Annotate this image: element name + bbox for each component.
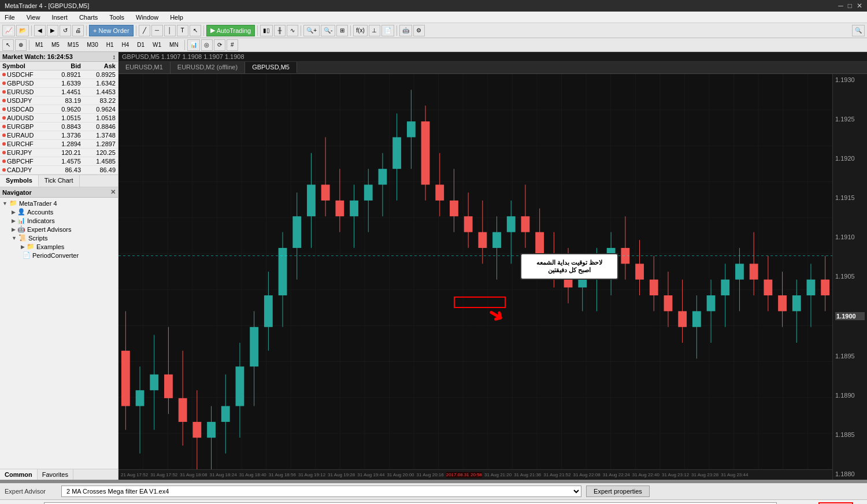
table-row[interactable]: USDCHF 0.8921 0.8925 [0,71,118,79]
accounts-icon: 👤 [17,208,25,216]
bid-cell: 1.4451 [46,88,81,95]
table-row[interactable]: CADJPY 86.43 86.49 [0,166,118,175]
price-level: 1.1905 [835,273,865,280]
tf-zoom-btn[interactable]: ◎ [201,39,213,51]
time-label: 31 Aug 18:40 [239,472,266,477]
nav-item-examples[interactable]: ▶ 📁 Examples [20,242,117,251]
new-order-button[interactable]: + New Order [89,25,134,36]
toolbar-zoom-in-btn[interactable]: 🔍+ [303,25,320,36]
nav-tab-common[interactable]: Common [0,469,38,480]
expert-advisor-dropdown[interactable]: 2 MA Crosses Mega filter EA V1.ex4 [61,486,581,497]
menu-insert[interactable]: Insert [49,13,70,22]
toolbar-settings-btn[interactable]: ⚙ [413,25,425,36]
toolbar-hline-btn[interactable]: ─ [151,25,163,36]
bid-cell: 83.19 [46,97,81,104]
tab-tick-chart[interactable]: Tick Chart [39,175,80,187]
toolbar-bar-chart-btn[interactable]: ▮▯ [260,25,273,36]
toolbar-text-btn[interactable]: T [177,25,188,36]
table-row[interactable]: GBPCHF 1.4575 1.4585 [0,157,118,166]
nav-item-period-converter[interactable]: 📄 PeriodConverter [20,251,117,260]
indicators-icon: 📊 [17,217,25,224]
toolbar-zoom-out-btn[interactable]: 🔍- [321,25,335,36]
tf-btn-d1[interactable]: D1 [134,40,148,50]
toolbar-refresh-btn[interactable]: ↺ [60,25,71,36]
toolbar-search-btn[interactable]: 🔍 [852,25,865,36]
table-row[interactable]: EURAUD 1.3736 1.3748 [0,131,118,140]
toolbar-print-btn[interactable]: 🖨 [72,25,84,36]
tf-auto-btn[interactable]: ⟳ [214,39,225,51]
price-level: 1.1915 [835,194,865,201]
toolbar-cursor-btn[interactable]: ↖ [190,25,201,36]
menu-help[interactable]: Help [168,13,186,22]
toolbar-back-btn[interactable]: ◀ [34,25,46,36]
tab-symbols[interactable]: Symbols [0,175,39,187]
chart-canvas[interactable]: 1.1930 1.1925 1.1920 1.1915 1.1910 1.190… [118,74,867,480]
toolbar-open-btn[interactable]: 📂 [16,25,29,36]
tf-btn-mn[interactable]: MN [166,40,182,50]
bid-cell: 86.43 [46,166,81,173]
tf-period-btn[interactable]: 📊 [187,39,200,51]
menu-view[interactable]: View [24,13,43,22]
price-level: 1.1880 [835,470,865,477]
toolbar-line-chart-btn[interactable]: ∿ [287,25,298,36]
tf-btn-m15[interactable]: M15 [64,40,82,50]
table-row[interactable]: GBPUSD 1.6339 1.6342 [0,79,118,88]
toolbar-period-sep-btn[interactable]: ⊥ [369,25,380,36]
table-row[interactable]: USDJPY 83.19 83.22 [0,97,118,105]
toolbar-candle-btn[interactable]: ╫ [274,25,286,36]
tf-btn-w1[interactable]: W1 [149,40,165,50]
close-button[interactable]: ✕ [857,2,862,10]
ask-cell: 0.9624 [81,106,116,113]
maximize-button[interactable]: □ [848,2,852,10]
toolbar-new-chart-btn[interactable]: 📈 [2,25,15,36]
table-row[interactable]: EURGBP 0.8843 0.8846 [0,123,118,131]
toolbar-fit-btn[interactable]: ⊞ [336,25,348,36]
toolbar-expert-btn[interactable]: 🤖 [399,25,412,36]
tf-btn-m30[interactable]: M30 [83,40,101,50]
tf-btn-h1[interactable]: H1 [103,40,117,50]
navigator-title: Navigator [2,189,32,196]
nav-item-expert-advisors[interactable]: ▶ 🤖 Expert Advisors [10,225,117,234]
nav-item-accounts[interactable]: ▶ 👤 Accounts [10,207,117,216]
chart-tab-eurusd-m1[interactable]: EURUSD,M1 [118,62,171,73]
menu-tools[interactable]: Tools [107,13,127,22]
toolbar-fwd-btn[interactable]: ▶ [47,25,58,36]
tf-grid-btn[interactable]: # [227,39,238,51]
tf-btn-cursor[interactable]: ↖ [2,39,14,51]
table-row[interactable]: EURCHF 1.2894 1.2897 [0,140,118,149]
table-row[interactable]: EURJPY 120.21 120.25 [0,149,118,157]
time-label: 31 Aug 19:12 [298,472,325,477]
toolbar-line-btn[interactable]: ╱ [139,25,150,36]
nav-item-root[interactable]: ▼ 📁 MetaTrader 4 [1,199,117,207]
expert-properties-button[interactable]: Expert properties [586,486,650,497]
menu-window[interactable]: Window [134,13,161,22]
bid-cell: 1.0515 [46,114,81,121]
toolbar-vline-btn[interactable]: │ [164,25,176,36]
left-panel: Market Watch: 16:24:53 ↕ Symbol Bid Ask … [0,52,118,480]
toolbar-indicators-btn[interactable]: f(x) [353,25,367,36]
annotation-line1: لاحظ توقيت بداية الشمعه [528,259,610,266]
tf-btn-h4[interactable]: H4 [118,40,133,50]
nav-item-label: MetaTrader 4 [19,200,57,207]
nav-item-scripts[interactable]: ▼ 📜 Scripts [10,234,117,242]
nav-tab-favorites[interactable]: Favorites [38,469,73,480]
toolbar-template-btn[interactable]: 📄 [381,25,394,36]
navigator-close-button[interactable]: ✕ [110,188,116,196]
toolbar-sep-8 [397,25,397,36]
table-row[interactable]: AUDUSD 1.0515 1.0518 [0,114,118,123]
status-dot [2,99,6,102]
chart-tab-gbpusd-m5[interactable]: GBPUSD,M5 [245,62,297,73]
minimize-button[interactable]: ─ [838,2,843,10]
nav-item-indicators[interactable]: ▶ 📊 Indicators [10,216,117,225]
tf-btn-crosshair[interactable]: ⊕ [15,39,27,51]
menu-charts[interactable]: Charts [77,13,100,22]
autotrading-button[interactable]: ▶ AutoTrading [206,25,255,36]
chart-tab-eurusd-m2[interactable]: EURUSD,M2 (offline) [171,62,245,73]
table-row[interactable]: USDCAD 0.9620 0.9624 [0,105,118,114]
tf-btn-m5[interactable]: M5 [48,40,63,50]
toolbar-sep-2 [86,25,87,36]
nav-item-label: PeriodConverter [32,252,79,259]
table-row[interactable]: EURUSD 1.4451 1.4453 [0,88,118,97]
tf-btn-m1[interactable]: M1 [32,40,47,50]
menu-file[interactable]: File [2,13,17,22]
